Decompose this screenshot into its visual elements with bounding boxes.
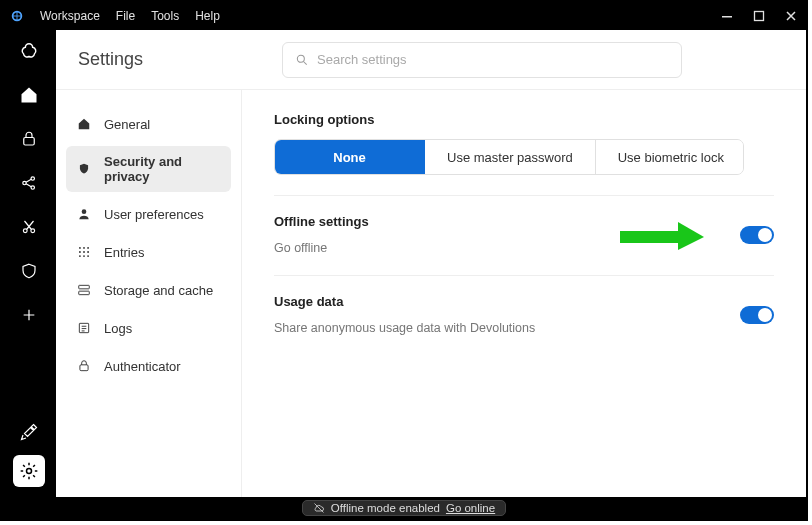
nav-rail [2, 30, 56, 497]
app-logo-icon [10, 9, 24, 23]
minimize-button[interactable] [720, 9, 734, 23]
svg-point-8 [31, 229, 35, 233]
rail-add-icon[interactable] [18, 304, 40, 326]
svg-point-11 [82, 209, 87, 214]
sidebar-label: User preferences [104, 207, 204, 222]
offline-section: Offline settings Go offline [274, 214, 774, 255]
window-controls [720, 9, 798, 23]
rail-logo-icon[interactable] [18, 40, 40, 62]
svg-point-10 [297, 55, 304, 62]
locking-option-master-password[interactable]: Use master password [425, 140, 596, 174]
status-pill: Offline mode enabled Go online [302, 500, 506, 516]
sidebar-item-entries[interactable]: Entries [66, 236, 231, 268]
logs-icon [76, 320, 92, 336]
titlebar: Workspace File Tools Help [2, 2, 806, 30]
divider [274, 275, 774, 276]
svg-rect-22 [79, 291, 90, 295]
svg-point-17 [87, 251, 89, 253]
menu-help[interactable]: Help [195, 9, 220, 23]
sidebar-item-logs[interactable]: Logs [66, 312, 231, 344]
rail-tools-icon[interactable] [18, 421, 40, 443]
sidebar-label: Storage and cache [104, 283, 213, 298]
status-bar: Offline mode enabled Go online [2, 497, 806, 519]
sidebar-label: Entries [104, 245, 144, 260]
settings-side-menu: General Security and privacy User prefer… [56, 90, 242, 497]
svg-rect-21 [79, 285, 90, 289]
app-body: Settings General Se [2, 30, 806, 497]
app-name: Workspace [40, 9, 100, 23]
svg-point-4 [23, 181, 26, 184]
svg-point-15 [79, 251, 81, 253]
sidebar-label: Logs [104, 321, 132, 336]
storage-icon [76, 282, 92, 298]
svg-point-12 [79, 247, 81, 249]
sidebar-item-security[interactable]: Security and privacy [66, 146, 231, 192]
app-window: { "titlebar": { "app_name": "Workspace",… [0, 0, 808, 521]
offline-subtitle: Go offline [274, 241, 740, 255]
sidebar-item-user-preferences[interactable]: User preferences [66, 198, 231, 230]
svg-rect-24 [80, 365, 88, 371]
body-row: General Security and privacy User prefer… [56, 90, 806, 497]
sidebar-item-authenticator[interactable]: Authenticator [66, 350, 231, 382]
usage-section: Usage data Share anonymous usage data wi… [274, 294, 774, 335]
sidebar-label: Authenticator [104, 359, 181, 374]
offline-toggle[interactable] [740, 226, 774, 244]
user-icon [76, 206, 92, 222]
sidebar-label: General [104, 117, 150, 132]
svg-point-13 [83, 247, 85, 249]
search-input[interactable] [317, 52, 669, 67]
locking-option-none[interactable]: None [275, 140, 425, 174]
status-text: Offline mode enabled [331, 502, 440, 514]
rail-home-icon[interactable] [18, 84, 40, 106]
offline-title: Offline settings [274, 214, 740, 229]
svg-rect-3 [24, 138, 35, 146]
svg-point-7 [23, 229, 27, 233]
locking-title: Locking options [274, 112, 774, 127]
locking-segmented-control: None Use master password Use biometric l… [274, 139, 744, 175]
rail-cut-icon[interactable] [18, 216, 40, 238]
svg-point-20 [87, 255, 89, 257]
lock-icon [76, 358, 92, 374]
svg-point-14 [87, 247, 89, 249]
usage-title: Usage data [274, 294, 740, 309]
usage-subtitle: Share anonymous usage data with Devoluti… [274, 321, 740, 335]
home-icon [76, 116, 92, 132]
maximize-button[interactable] [752, 9, 766, 23]
svg-point-9 [27, 469, 32, 474]
search-box[interactable] [282, 42, 682, 78]
rail-share-icon[interactable] [18, 172, 40, 194]
cloud-off-icon [313, 502, 325, 514]
locking-option-biometric[interactable]: Use biometric lock [596, 140, 744, 174]
svg-point-19 [83, 255, 85, 257]
search-icon [295, 53, 309, 67]
header-row: Settings [56, 30, 806, 90]
rail-shield-icon[interactable] [18, 260, 40, 282]
svg-point-6 [31, 186, 34, 189]
svg-point-16 [83, 251, 85, 253]
svg-point-5 [31, 177, 34, 180]
settings-main-panel: Locking options None Use master password… [242, 90, 806, 497]
menu-file[interactable]: File [116, 9, 135, 23]
divider [274, 195, 774, 196]
rail-settings-icon[interactable] [13, 455, 45, 487]
shield-icon [76, 161, 92, 177]
svg-rect-1 [722, 16, 732, 18]
page-title: Settings [78, 49, 258, 70]
close-button[interactable] [784, 9, 798, 23]
go-online-link[interactable]: Go online [446, 502, 495, 514]
svg-point-18 [79, 255, 81, 257]
content-area: Settings General Se [56, 30, 806, 497]
locking-section: Locking options None Use master password… [274, 112, 774, 175]
menu-tools[interactable]: Tools [151, 9, 179, 23]
sidebar-item-general[interactable]: General [66, 108, 231, 140]
svg-rect-2 [755, 12, 764, 21]
usage-toggle[interactable] [740, 306, 774, 324]
menu-bar: File Tools Help [116, 9, 220, 23]
sidebar-label: Security and privacy [104, 154, 221, 184]
sidebar-item-storage[interactable]: Storage and cache [66, 274, 231, 306]
grid-icon [76, 244, 92, 260]
rail-lock-icon[interactable] [18, 128, 40, 150]
